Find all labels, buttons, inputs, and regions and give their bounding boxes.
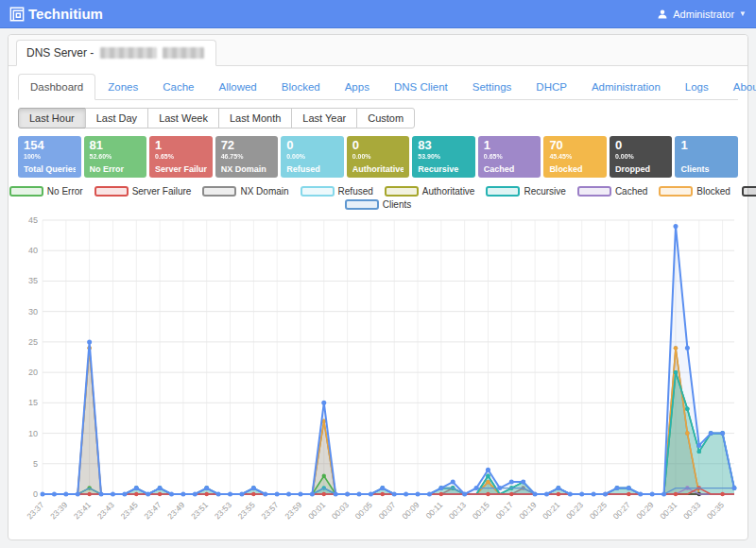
stat-percent: 0.00% (286, 153, 338, 162)
tab-settings[interactable]: Settings (460, 74, 524, 100)
svg-text:25: 25 (28, 337, 38, 347)
redacted-server-name (100, 47, 157, 59)
legend-item-clients[interactable]: Clients (345, 199, 412, 210)
stat-percent: 0.00% (352, 153, 404, 162)
svg-text:30: 30 (28, 307, 38, 317)
svg-text:23:51: 23:51 (189, 500, 210, 521)
tab-dashboard[interactable]: Dashboard (18, 74, 95, 100)
tab-apps[interactable]: Apps (333, 74, 382, 100)
svg-text:00:27: 00:27 (611, 500, 632, 521)
panel-header: DNS Server - (9, 35, 747, 66)
stat-label: Total Queries (24, 164, 76, 174)
main-panel: DNS Server - DashboardZonesCacheAllowedB… (8, 34, 748, 540)
svg-text:00:19: 00:19 (517, 500, 538, 521)
stat-label: Refused (286, 164, 338, 174)
server-tab[interactable]: DNS Server - (16, 40, 216, 66)
legend-row-1: TotalNo ErrorServer FailureNX DomainRefu… (18, 186, 738, 197)
query-chart: 05101520253035404523:3723:3923:4123:4323… (18, 213, 740, 532)
svg-text:00:09: 00:09 (400, 500, 421, 521)
svg-text:23:39: 23:39 (48, 500, 69, 521)
legend-item-server-failure[interactable]: Server Failure (94, 186, 192, 197)
nav-tabs: DashboardZonesCacheAllowedBlockedAppsDNS… (18, 74, 738, 100)
stat-card-blocked: 7045.45%Blocked (543, 136, 607, 178)
tab-blocked[interactable]: Blocked (269, 74, 333, 100)
legend-swatch (345, 199, 379, 210)
svg-text:00:17: 00:17 (494, 500, 515, 521)
legend-item-dropped[interactable]: Dropped (742, 186, 756, 197)
user-menu[interactable]: Administrator ▼ (657, 9, 747, 20)
filter-custom[interactable]: Custom (356, 108, 415, 128)
stat-value: 0 (615, 139, 667, 153)
stat-value: 0 (352, 139, 404, 153)
legend-row-2: Clients (18, 199, 738, 210)
stat-value: 154 (24, 139, 76, 153)
legend-item-refused[interactable]: Refused (301, 186, 373, 197)
legend-swatch (742, 186, 756, 197)
stat-card-server-failure: 10.65%Server Failure (149, 136, 213, 178)
svg-text:23:45: 23:45 (119, 500, 140, 521)
filter-last-day[interactable]: Last Day (85, 108, 148, 128)
filter-last-hour[interactable]: Last Hour (18, 108, 86, 128)
stat-percent: 0.65% (155, 153, 207, 162)
svg-text:45: 45 (28, 215, 38, 225)
legend-item-cached[interactable]: Cached (577, 186, 647, 197)
filter-last-week[interactable]: Last Week (147, 108, 219, 128)
stat-percent: 46.75% (221, 153, 273, 162)
stat-card-total-queries: 154100%Total Queries (18, 136, 81, 178)
legend-label: Clients (383, 199, 412, 210)
stat-percent: 53.90% (418, 153, 470, 162)
svg-text:00:03: 00:03 (330, 500, 351, 521)
svg-text:23:43: 23:43 (95, 500, 116, 521)
svg-text:10: 10 (28, 428, 38, 437)
tab-logs[interactable]: Logs (673, 74, 721, 100)
stat-card-dropped: 00.00%Dropped (610, 136, 673, 178)
legend-swatch (577, 186, 611, 197)
svg-text:00:07: 00:07 (376, 500, 397, 521)
svg-text:00:01: 00:01 (306, 500, 327, 521)
stat-card-nx-domain: 7246.75%NX Domain (215, 136, 279, 178)
stat-card-cached: 10.65%Cached (478, 136, 541, 178)
stat-value: 72 (221, 139, 273, 153)
svg-text:20: 20 (28, 368, 38, 377)
stats-row: 154100%Total Queries8152.60%No Error10.6… (18, 136, 738, 178)
tab-dhcp[interactable]: DHCP (524, 74, 579, 100)
legend-item-no-error[interactable]: No Error (9, 186, 83, 197)
filter-last-month[interactable]: Last Month (218, 108, 292, 128)
user-icon (657, 9, 668, 20)
chart-legend: TotalNo ErrorServer FailureNX DomainRefu… (18, 186, 738, 210)
legend-label: Authoritative (422, 186, 475, 197)
legend-item-authoritative[interactable]: Authoritative (385, 186, 475, 197)
svg-text:0: 0 (33, 489, 38, 499)
technitium-logo-icon (9, 7, 25, 22)
stat-card-recursive: 8353.90%Recursive (412, 136, 475, 178)
filter-last-year[interactable]: Last Year (291, 108, 357, 128)
stat-percent: 45.45% (549, 153, 601, 162)
stat-label: Cached (484, 164, 536, 174)
legend-swatch (301, 186, 335, 197)
stat-percent: 52.60% (90, 153, 142, 162)
legend-label: Blocked (696, 186, 730, 197)
svg-text:00:11: 00:11 (424, 500, 445, 521)
stat-label: Server Failure (155, 164, 207, 174)
legend-swatch (202, 186, 236, 197)
stat-percent: 100% (24, 153, 76, 162)
stat-label: Authoritative (352, 164, 404, 174)
tab-dns-client[interactable]: DNS Client (382, 74, 460, 100)
tab-zones[interactable]: Zones (95, 74, 150, 100)
svg-text:00:31: 00:31 (658, 500, 679, 521)
svg-text:00:15: 00:15 (471, 500, 491, 521)
legend-item-recursive[interactable]: Recursive (486, 186, 565, 197)
svg-text:15: 15 (28, 398, 38, 407)
stat-card-authoritative: 00.00%Authoritative (347, 136, 410, 178)
stat-card-clients: 1Clients (675, 136, 738, 178)
tab-administration[interactable]: Administration (579, 74, 673, 100)
tab-cache[interactable]: Cache (150, 74, 206, 100)
legend-label: Refused (338, 186, 373, 197)
legend-swatch (9, 186, 43, 197)
legend-item-nx-domain[interactable]: NX Domain (202, 186, 288, 197)
legend-item-blocked[interactable]: Blocked (659, 186, 730, 197)
stat-value: 0 (286, 139, 338, 153)
stat-card-no-error: 8152.60%No Error (84, 136, 147, 178)
tab-about[interactable]: About (721, 74, 756, 100)
tab-allowed[interactable]: Allowed (206, 74, 268, 100)
